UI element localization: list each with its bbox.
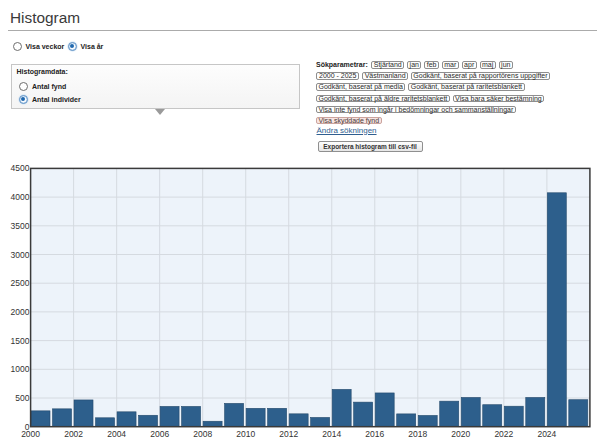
svg-text:3500: 3500 bbox=[11, 221, 30, 231]
svg-text:2010: 2010 bbox=[236, 429, 255, 439]
svg-text:1000: 1000 bbox=[11, 364, 30, 374]
svg-text:2018: 2018 bbox=[408, 429, 427, 439]
svg-text:3000: 3000 bbox=[11, 250, 30, 260]
svg-text:500: 500 bbox=[15, 393, 29, 403]
svg-text:2022: 2022 bbox=[494, 429, 513, 439]
svg-text:2008: 2008 bbox=[193, 429, 212, 439]
svg-text:2000: 2000 bbox=[21, 429, 40, 439]
svg-text:2020: 2020 bbox=[451, 429, 470, 439]
svg-text:1500: 1500 bbox=[11, 336, 30, 346]
svg-text:2500: 2500 bbox=[11, 278, 30, 288]
svg-text:2012: 2012 bbox=[279, 429, 298, 439]
svg-text:2024: 2024 bbox=[537, 429, 556, 439]
svg-text:2004: 2004 bbox=[107, 429, 126, 439]
svg-text:2016: 2016 bbox=[365, 429, 384, 439]
svg-text:2002: 2002 bbox=[64, 429, 83, 439]
svg-text:4500: 4500 bbox=[11, 163, 30, 173]
svg-text:2014: 2014 bbox=[322, 429, 341, 439]
svg-text:4000: 4000 bbox=[11, 192, 30, 202]
svg-text:2000: 2000 bbox=[11, 307, 30, 317]
svg-text:2006: 2006 bbox=[150, 429, 169, 439]
